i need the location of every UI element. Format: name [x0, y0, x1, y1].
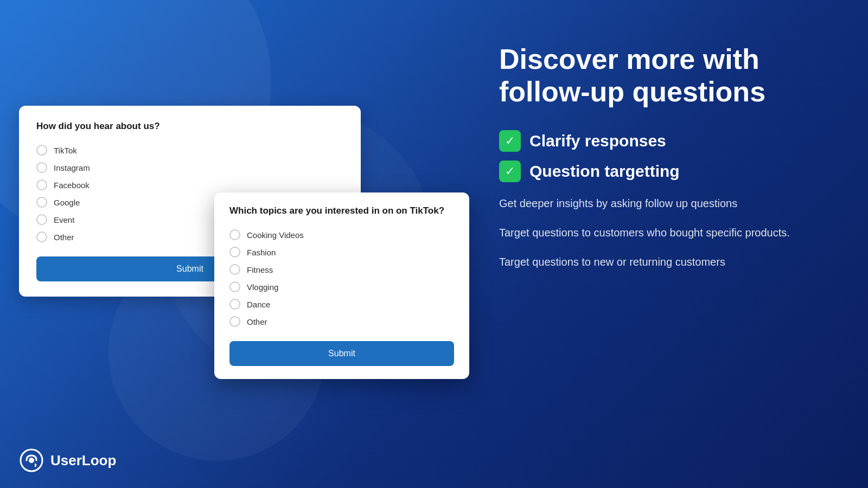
radio-dance[interactable]	[229, 299, 240, 310]
option-vlogging[interactable]: Vlogging	[229, 278, 454, 296]
feature-label-2: Question targetting	[529, 162, 680, 181]
option-other2-label: Other	[247, 317, 267, 326]
right-panel: Discover more with follow-up questions ✓…	[467, 0, 868, 488]
card2-submit-button[interactable]: Submit	[229, 341, 454, 366]
feature-row-1: ✓ Clarify responses	[499, 130, 835, 152]
radio-instagram[interactable]	[36, 162, 47, 173]
radio-vlogging[interactable]	[229, 281, 240, 292]
option-fashion-label: Fashion	[247, 248, 276, 257]
radio-fashion[interactable]	[229, 247, 240, 258]
option-event-label: Event	[54, 215, 74, 224]
option-instagram-label: Instagram	[54, 163, 90, 172]
option-fashion[interactable]: Fashion	[229, 243, 454, 261]
radio-facebook[interactable]	[36, 179, 47, 190]
option-tiktok[interactable]: TikTok	[36, 142, 343, 159]
userloop-logo-icon	[19, 448, 44, 473]
option-other-label: Other	[54, 233, 74, 242]
radio-event[interactable]	[36, 214, 47, 225]
option-dance-label: Dance	[247, 300, 270, 309]
option-dance[interactable]: Dance	[229, 296, 454, 313]
radio-other[interactable]	[36, 232, 47, 242]
logo-area: UserLoop	[19, 448, 116, 473]
option-cooking-label: Cooking Videos	[247, 230, 304, 240]
description-2: Target questions to customers who bought…	[499, 224, 835, 241]
radio-other2[interactable]	[229, 316, 240, 327]
logo-text: UserLoop	[50, 452, 116, 469]
option-facebook[interactable]: Facebook	[36, 176, 343, 194]
feature-row-2: ✓ Question targetting	[499, 160, 835, 182]
main-title: Discover more with follow-up questions	[499, 43, 835, 108]
option-vlogging-label: Vlogging	[247, 282, 278, 292]
radio-tiktok[interactable]	[36, 145, 47, 156]
option-instagram[interactable]: Instagram	[36, 159, 343, 176]
survey-card-2: Which topics are you interested in on on…	[214, 192, 469, 379]
card1-question: How did you hear about us?	[36, 121, 343, 132]
radio-cooking[interactable]	[229, 229, 240, 240]
option-google-label: Google	[54, 198, 80, 207]
option-fitness-label: Fitness	[247, 265, 273, 274]
radio-google[interactable]	[36, 197, 47, 208]
svg-point-1	[29, 458, 34, 463]
option-tiktok-label: TikTok	[54, 146, 77, 155]
checkbox-icon-1: ✓	[499, 130, 521, 152]
option-fitness[interactable]: Fitness	[229, 261, 454, 278]
card2-question: Which topics are you interested in on on…	[229, 206, 454, 216]
description-3: Target questions to new or returning cus…	[499, 254, 835, 270]
checkbox-icon-2: ✓	[499, 160, 521, 182]
feature-label-1: Clarify responses	[529, 132, 666, 150]
description-1: Get deeper insights by asking follow up …	[499, 195, 835, 211]
option-cooking[interactable]: Cooking Videos	[229, 226, 454, 243]
left-panel: How did you hear about us? TikTok Instag…	[0, 0, 467, 488]
option-other2[interactable]: Other	[229, 313, 454, 330]
option-facebook-label: Facebook	[54, 181, 90, 190]
radio-fitness[interactable]	[229, 264, 240, 275]
